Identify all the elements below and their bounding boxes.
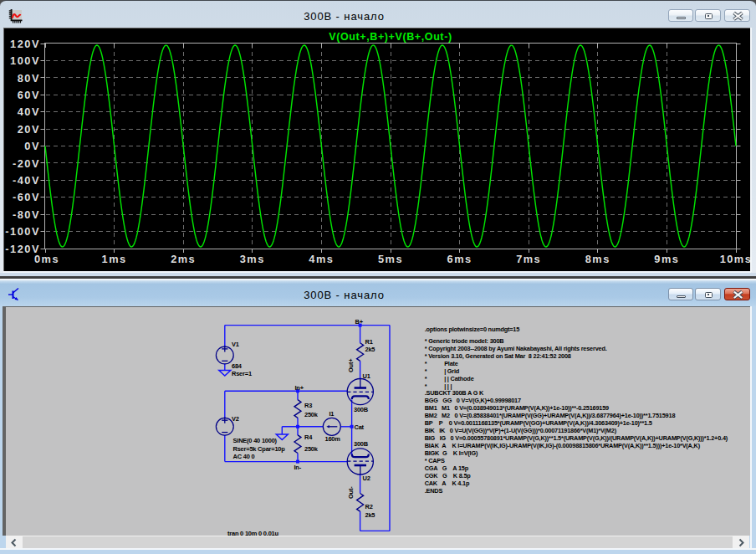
- svg-text:SINE(0 40 1000): SINE(0 40 1000): [233, 437, 278, 444]
- svg-text:BIAK A K I=URAMP(V(IK,IG)-: BIAK A K I=URAMP(V(IK,IG)-URAMP(V(IK,IG)…: [425, 442, 701, 449]
- svg-text:CAK A K 4.1p: CAK A K 4.1p: [425, 480, 470, 487]
- svg-text:1ms: 1ms: [102, 253, 127, 265]
- svg-text:B+: B+: [355, 318, 364, 326]
- svg-text:BP P 0 V=0.0011168135*(U: BP P 0 V=0.0011168135*(URAMP(V(GG)+URAMP…: [425, 419, 652, 427]
- svg-text:7ms: 7ms: [516, 253, 541, 265]
- svg-text:CGA G A 15p: CGA G A 15p: [425, 464, 469, 472]
- svg-text:U2: U2: [363, 474, 370, 482]
- svg-text:In-: In-: [294, 464, 302, 471]
- svg-text:-40V: -40V: [13, 174, 40, 187]
- svg-text:-100V: -100V: [5, 225, 40, 238]
- svg-text:2k5: 2k5: [365, 511, 375, 519]
- svg-text:4ms: 4ms: [309, 253, 334, 265]
- svg-text:* | Grid: * | Grid: [425, 367, 459, 375]
- svg-text:* Plate: * Plate: [425, 360, 458, 367]
- svg-text:.ENDS: .ENDS: [425, 487, 443, 495]
- svg-text:.SUBCKT 300B A G K: .SUBCKT 300B A G K: [425, 389, 484, 397]
- svg-text:-20V: -20V: [13, 157, 40, 170]
- svg-text:BIGK G K I=V(IG): BIGK G K I=V(IG): [425, 449, 478, 457]
- svg-text:BGG GG 0 V=V(G,K)+0.999980: BGG GG 0 V=V(G,K)+0.99998017: [425, 397, 521, 404]
- svg-text:R2: R2: [365, 503, 373, 510]
- svg-text:10ms: 10ms: [720, 253, 750, 265]
- svg-text:80V: 80V: [18, 72, 40, 85]
- svg-text:300B: 300B: [354, 440, 369, 448]
- svg-text:BIG IG 0 V=0.00055780891*U: BIG IG 0 V=0.00055780891*URAMP(V(G,K))**…: [425, 434, 728, 442]
- svg-text:* Version 3.10, Generated on S: * Version 3.10, Generated on Sat Mar 8 2…: [425, 352, 571, 360]
- svg-text:300B: 300B: [354, 406, 369, 413]
- svg-text:40V: 40V: [18, 105, 40, 118]
- svg-text:R3: R3: [304, 402, 312, 409]
- svg-text:* | | |: * | | |: [425, 382, 452, 390]
- svg-text:Rser=5k Cpar=10p: Rser=5k Cpar=10p: [233, 445, 286, 453]
- svg-text:9ms: 9ms: [654, 253, 679, 265]
- svg-text:* Generic triode model: 300B: * Generic triode model: 300B: [425, 337, 504, 345]
- svg-text:20V: 20V: [18, 123, 40, 136]
- svg-text:BM2 M2 0 V=(0.85838401*(UR: BM2 M2 0 V=(0.85838401*(URAMP(V(GG)+URAM…: [425, 412, 676, 419]
- svg-text:U1: U1: [363, 372, 370, 380]
- svg-text:* CAPS: * CAPS: [425, 457, 445, 464]
- svg-text:-60V: -60V: [13, 191, 40, 203]
- svg-text:In+: In+: [295, 384, 304, 392]
- svg-text:BM1 M1 0 V=(0.038949013*(U: BM1 M1 0 V=(0.038949013*(URAMP(V(A,K))+1…: [425, 404, 609, 412]
- svg-text:tran 0 10m 0 0.01u: tran 0 10m 0 0.01u: [227, 530, 279, 536]
- svg-text:160m: 160m: [325, 435, 341, 443]
- svg-text:* Copyright 2003--2008 by Ayum: * Copyright 2003--2008 by Ayumi Nakabaya…: [425, 345, 607, 352]
- svg-text:BIK IK 0 V=U(V(GG))*V(P)+(: BIK IK 0 V=U(V(GG))*V(P)+(1-U(V(GG)))*0.…: [425, 427, 617, 434]
- svg-text:Out+: Out+: [347, 358, 355, 372]
- svg-text:R1: R1: [365, 338, 373, 346]
- svg-text:120V: 120V: [10, 38, 40, 50]
- svg-text:Cat: Cat: [355, 423, 365, 431]
- svg-text:60V: 60V: [18, 89, 40, 101]
- svg-text:.options plotwinsize=0 numdgt=: .options plotwinsize=0 numdgt=15: [425, 326, 520, 333]
- svg-text:2ms: 2ms: [171, 253, 196, 265]
- svg-text:V2: V2: [232, 415, 239, 423]
- svg-text:* | | Cathode: * | | Cathode: [425, 375, 474, 382]
- svg-text:I1: I1: [329, 410, 335, 418]
- svg-text:V1: V1: [232, 341, 239, 348]
- svg-text:3ms: 3ms: [240, 253, 265, 265]
- svg-text:250k: 250k: [304, 411, 319, 418]
- svg-text:-80V: -80V: [13, 208, 40, 221]
- svg-text:0V: 0V: [24, 140, 40, 152]
- svg-text:AC 40 0: AC 40 0: [233, 453, 255, 460]
- svg-text:8ms: 8ms: [585, 253, 610, 265]
- svg-text:250k: 250k: [304, 445, 319, 453]
- svg-text:6ms: 6ms: [447, 253, 472, 265]
- svg-text:R4: R4: [304, 433, 313, 441]
- svg-text:Out-: Out-: [347, 486, 355, 499]
- svg-text:2k5: 2k5: [365, 346, 375, 353]
- svg-text:V(Out+,B+)+V(B+,Out-): V(Out+,B+)+V(B+,Out-): [329, 31, 452, 43]
- svg-text:100V: 100V: [10, 54, 40, 67]
- svg-text:5ms: 5ms: [378, 253, 403, 265]
- svg-text:CGK G K 8.5p: CGK G K 8.5p: [425, 472, 472, 480]
- svg-text:Rser=1: Rser=1: [232, 370, 252, 377]
- svg-text:0ms: 0ms: [34, 253, 59, 265]
